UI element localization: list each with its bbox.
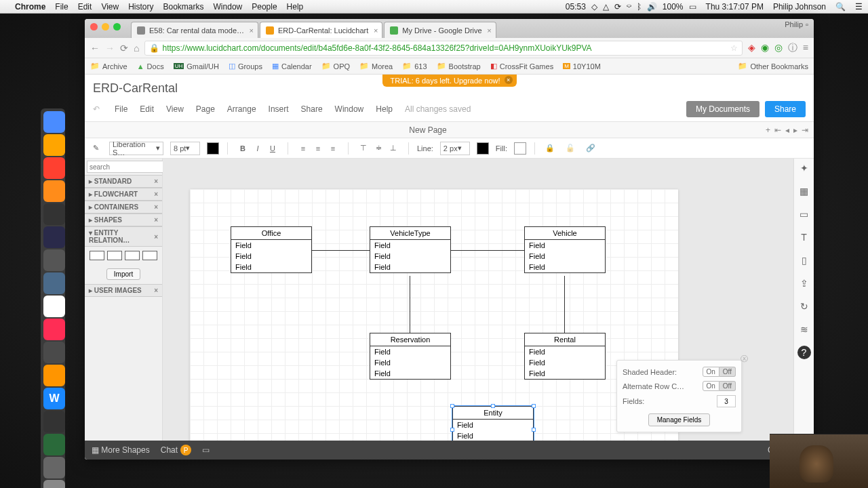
menu-view[interactable]: View <box>166 104 184 114</box>
text-icon[interactable]: T <box>797 230 811 244</box>
bk-bootstrap[interactable]: 📁Bootstrap <box>437 62 481 70</box>
dock-finder-icon[interactable] <box>43 111 65 133</box>
menu-file[interactable]: File <box>55 2 68 12</box>
dock-music-icon[interactable] <box>43 319 65 340</box>
forward-icon[interactable]: → <box>105 43 115 54</box>
erd-shape[interactable] <box>107 251 122 260</box>
undo-icon[interactable]: ↶ <box>93 104 100 114</box>
menu-arrange[interactable]: Arrange <box>227 104 256 114</box>
ext-icon[interactable]: ◎ <box>774 42 783 54</box>
drive-icon[interactable]: △ <box>603 2 609 12</box>
connector[interactable] <box>312 250 370 251</box>
menu-edit[interactable]: Edit <box>78 2 92 12</box>
font-select[interactable]: Liberation S… ▾ <box>109 142 163 155</box>
my-documents-button[interactable]: My Documents <box>686 101 760 117</box>
entity-office[interactable]: Office Field Field Field <box>231 226 312 273</box>
valign-top-icon[interactable]: ⊤ <box>357 142 370 155</box>
entity-reservation[interactable]: Reservation Field Field Field <box>370 333 451 380</box>
entity-vehicletype[interactable]: VehicleType Field Field Field <box>370 226 451 273</box>
dock-ide-icon[interactable] <box>43 226 65 248</box>
menu-window[interactable]: Window <box>335 104 364 114</box>
import-icon[interactable]: ⇪ <box>797 277 811 290</box>
share-button[interactable]: Share <box>765 101 806 117</box>
chrome-profile[interactable]: Philip ▫ <box>785 20 808 28</box>
close-tab-icon[interactable]: × <box>374 26 378 35</box>
username[interactable]: Philip Johnson <box>773 2 826 12</box>
cat-containers[interactable]: ▸ CONTAINERS× <box>85 201 162 214</box>
dock-word-icon[interactable]: W <box>43 388 65 409</box>
address-input[interactable]: 🔒 https://www.lucidchart.com/documents/e… <box>144 41 742 56</box>
add-page-icon[interactable]: + <box>766 125 770 135</box>
tab-e58[interactable]: E58: Car rental data mode…× <box>131 22 258 38</box>
menu-window[interactable]: Window <box>214 2 243 12</box>
wifi-icon[interactable]: ⌔ <box>627 2 631 12</box>
layers-icon[interactable]: ≋ <box>797 323 811 336</box>
valign-bot-icon[interactable]: ⊥ <box>387 142 400 155</box>
canvas[interactable]: Office Field Field Field VehicleType Fie… <box>163 159 793 441</box>
close-icon[interactable] <box>90 23 98 30</box>
bk-docs[interactable]: ▲Docs <box>137 62 164 70</box>
bk-other[interactable]: 📁Other Bookmarks <box>738 62 808 70</box>
bk-groups[interactable]: ◫Groups <box>229 62 262 70</box>
page-label[interactable]: New Page <box>409 125 446 135</box>
ext-icon[interactable]: ◉ <box>761 42 769 54</box>
notifications-icon[interactable]: ☰ <box>855 2 863 12</box>
erd-shape[interactable] <box>142 251 157 260</box>
cat-erd[interactable]: ▾ ENTITY RELATION…× <box>85 226 162 247</box>
tab-drive[interactable]: My Drive - Google Drive× <box>384 22 496 38</box>
close-icon[interactable]: ⓧ <box>741 354 748 364</box>
link-icon[interactable]: 🔗 <box>584 142 597 155</box>
dock-item[interactable] <box>43 134 65 156</box>
dock-trash-icon[interactable] <box>43 480 65 488</box>
trial-banner[interactable]: TRIAL: 6 days left. Upgrade now!× <box>382 75 516 87</box>
bold-icon[interactable]: B <box>236 142 250 155</box>
dock-item[interactable] <box>43 434 65 455</box>
altrow-toggle[interactable]: OnOff <box>703 381 736 391</box>
menu-history[interactable]: History <box>128 2 153 12</box>
line-width-select[interactable]: 2 px ▾ <box>440 142 470 155</box>
dock-item[interactable] <box>43 365 65 386</box>
bk-gmail[interactable]: UHGmail/UH <box>174 62 219 70</box>
fill-color-swatch[interactable] <box>514 142 526 155</box>
volume-icon[interactable]: 🔊 <box>647 2 657 12</box>
menu-people[interactable]: People <box>252 2 277 12</box>
bk-archive[interactable]: 📁Archive <box>90 62 127 70</box>
chat-button[interactable]: Chat P <box>161 445 191 455</box>
connector[interactable] <box>410 276 410 333</box>
size-select[interactable]: 8 pt ▾ <box>170 142 200 155</box>
page-canvas[interactable]: Office Field Field Field VehicleType Fie… <box>190 189 678 441</box>
battery-icon[interactable]: ▭ <box>689 2 696 12</box>
italic-icon[interactable]: I <box>251 142 264 155</box>
connector[interactable] <box>564 276 565 333</box>
close-icon[interactable]: × <box>505 76 513 84</box>
reload-icon[interactable]: ⟳ <box>120 43 128 54</box>
dock-github-icon[interactable] <box>43 411 65 432</box>
menu-page[interactable]: Page <box>196 104 215 114</box>
present-icon[interactable]: ▭ <box>202 445 210 455</box>
themes-icon[interactable]: ▦ <box>797 184 811 198</box>
unlock-icon[interactable]: 🔓 <box>564 142 577 155</box>
menu-view[interactable]: View <box>101 2 119 12</box>
lock-icon[interactable]: 🔒 <box>543 142 557 155</box>
dock-item[interactable] <box>43 457 65 479</box>
dock-chrome-icon[interactable] <box>43 157 65 179</box>
home-icon[interactable]: ⌂ <box>134 43 139 54</box>
next-page-icon[interactable]: ▸ <box>793 125 797 135</box>
dock-item[interactable] <box>43 272 65 294</box>
back-icon[interactable]: ← <box>90 43 100 54</box>
master-icon[interactable]: ▭ <box>797 207 811 221</box>
page-icon[interactable]: ▯ <box>797 253 811 267</box>
entity-new-selected[interactable]: Entity Field Field Field <box>452 406 534 441</box>
shaded-header-toggle[interactable]: OnOff <box>703 367 736 377</box>
menu-help[interactable]: Help <box>287 2 304 12</box>
entity-vehicle[interactable]: Vehicle Field Field Field <box>524 226 606 273</box>
entity-rental[interactable]: Rental Field Field Field <box>524 333 606 380</box>
dock-item[interactable] <box>43 296 65 317</box>
menu-insert[interactable]: Insert <box>269 104 289 114</box>
connector[interactable] <box>451 250 524 251</box>
dock-terminal-icon[interactable] <box>43 203 65 225</box>
menu-share[interactable]: Share <box>301 104 323 114</box>
dock-item[interactable] <box>43 249 65 271</box>
bluetooth-icon[interactable]: ᛒ <box>637 2 642 12</box>
bk-10y10m[interactable]: M10Y10M <box>563 62 601 70</box>
